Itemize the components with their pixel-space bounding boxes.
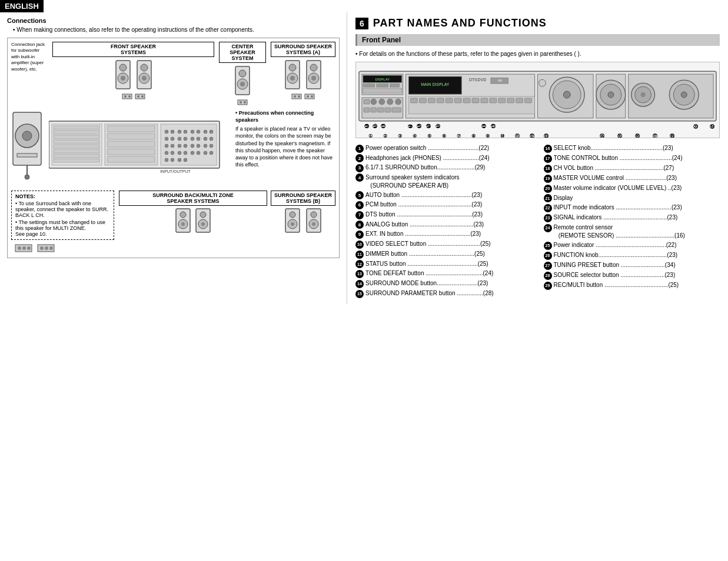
func-label-24: Remote control sensor (REMOTE SENSOR) ..… [554, 223, 720, 240]
svg-point-84 [178, 151, 181, 155]
func-label-8: ANALOG button ..........................… [365, 221, 532, 229]
svg-text:⑥: ⑥ [442, 133, 446, 138]
func-num-15: 15 [355, 290, 364, 298]
svg-text:INPUT/OUTPUT: INPUT/OUTPUT [160, 169, 191, 173]
func-item-25: 25 Power indicator .....................… [544, 241, 720, 250]
func-item-24: 24 Remote control sensor (REMOTE SENSOR)… [544, 223, 720, 240]
svg-point-5 [141, 64, 148, 71]
func-item-13: 13 TONE DEFEAT button ..................… [355, 269, 532, 278]
func-item-28: 28 SOURCE selector button ..............… [544, 271, 720, 280]
svg-rect-46 [54, 140, 99, 143]
front-panel-diagram: DISPLAY [355, 62, 720, 138]
svg-text:⑰: ⑰ [653, 133, 658, 138]
left-panel: Connections • When making connections, a… [0, 12, 347, 304]
svg-point-19 [240, 101, 242, 103]
notes-title: NOTES: [15, 193, 110, 199]
svg-text:-60: -60 [497, 79, 502, 82]
func-num-8: 8 [355, 221, 364, 229]
functions-left-col: 1 Power operation switch ...............… [355, 144, 532, 299]
svg-rect-53 [108, 133, 155, 139]
svg-rect-157 [507, 98, 514, 103]
svg-point-72 [204, 137, 207, 141]
precautions-box: • Precautions when connecting speakers I… [235, 109, 335, 187]
svg-point-77 [184, 144, 187, 148]
func-label-22: INPUT mode indicators ..................… [554, 203, 720, 212]
svg-point-17 [240, 82, 245, 86]
svg-point-92 [178, 158, 181, 162]
surr-b-icon-left [284, 208, 301, 234]
func-item-2: 2 Headphones jack (PHONES) .............… [355, 154, 532, 163]
svg-rect-50 [54, 159, 99, 162]
func-item-17: 17 TONE CONTROL button .................… [544, 154, 720, 163]
svg-rect-124 [377, 84, 388, 87]
svg-point-60 [178, 130, 181, 133]
surr-back-icon-left [175, 208, 191, 234]
surround-back-box: SURROUND BACK/MULTI ZONESPEAKER SYSTEMS [119, 191, 267, 234]
svg-text:㉓: ㉓ [436, 123, 441, 129]
svg-point-88 [204, 151, 207, 155]
svg-point-9 [124, 95, 127, 98]
svg-rect-45 [54, 135, 99, 139]
svg-point-104 [180, 212, 186, 218]
func-item-5: 5 AUTO button ..........................… [355, 191, 532, 200]
svg-rect-154 [481, 98, 488, 103]
connections-bullet: • When making connections, also refer to… [7, 26, 340, 33]
front-panel-subsection: Front Panel [355, 34, 720, 46]
svg-rect-57 [161, 124, 217, 165]
func-item-12: 12 STATUS button .......................… [355, 260, 532, 269]
svg-point-90 [165, 158, 168, 162]
svg-rect-133 [364, 108, 370, 112]
svg-point-59 [171, 130, 174, 133]
func-item-21: 21 Display [544, 194, 720, 203]
func-label-18: CH VOL button ..........................… [554, 164, 720, 172]
svg-rect-156 [498, 98, 506, 103]
svg-text:⑳: ⑳ [693, 124, 699, 129]
svg-text:④: ④ [413, 133, 417, 138]
svg-rect-48 [54, 149, 99, 153]
svg-point-116 [311, 212, 317, 218]
functions-right-col: 16 SELECT knob..........................… [544, 144, 720, 299]
svg-point-91 [171, 158, 174, 162]
svg-point-66 [165, 137, 168, 141]
func-num-14: 14 [355, 280, 364, 288]
svg-rect-54 [108, 141, 155, 147]
svg-point-86 [191, 151, 194, 155]
panel-note: • For details on the functions of these … [355, 51, 720, 57]
precautions-title: • Precautions when connecting speakers [235, 109, 335, 123]
func-num-28: 28 [544, 272, 552, 280]
svg-text:㉑: ㉑ [491, 123, 496, 129]
func-item-15: 15 SURROUND PARAMETER button ...........… [355, 289, 532, 298]
svg-point-89 [210, 151, 213, 155]
note-item-1: • To use Surround back with one speaker,… [15, 201, 110, 218]
func-item-27: 27 TUNING PRESET button ................… [544, 261, 720, 270]
center-speaker-box: CENTER SPEAKERSYSTEM [219, 42, 266, 106]
svg-text:①: ① [368, 133, 373, 138]
func-item-7: 7 DTS button ...........................… [355, 211, 532, 219]
func-num-19: 19 [544, 175, 552, 183]
note-terminal-1 [15, 242, 32, 254]
svg-rect-158 [516, 98, 523, 103]
svg-point-69 [184, 137, 187, 141]
svg-point-20 [244, 101, 246, 103]
svg-text:⑯: ⑯ [635, 133, 640, 138]
func-label-7: DTS button .............................… [365, 211, 532, 219]
svg-rect-151 [454, 98, 461, 103]
subwoofer-icon [11, 109, 45, 187]
func-num-29: 29 [544, 282, 552, 290]
func-label-12: STATUS button ..........................… [365, 260, 532, 268]
svg-rect-153 [472, 98, 479, 103]
func-label-29: REC/MULTI button .......................… [554, 281, 720, 289]
svg-text:③: ③ [398, 133, 402, 138]
svg-text:⑦: ⑦ [457, 133, 461, 138]
svg-rect-155 [490, 98, 497, 103]
func-label-25: Power indicator ........................… [554, 241, 720, 249]
svg-point-13 [141, 95, 144, 98]
svg-point-100 [40, 246, 44, 250]
func-label-28: SOURCE selector button .................… [554, 271, 720, 279]
svg-point-71 [197, 137, 200, 141]
svg-point-101 [45, 246, 48, 250]
func-label-23: SIGNAL indicators ......................… [554, 213, 720, 222]
svg-rect-137 [392, 108, 401, 112]
svg-point-114 [291, 222, 294, 226]
note-terminal-2 [37, 242, 55, 254]
